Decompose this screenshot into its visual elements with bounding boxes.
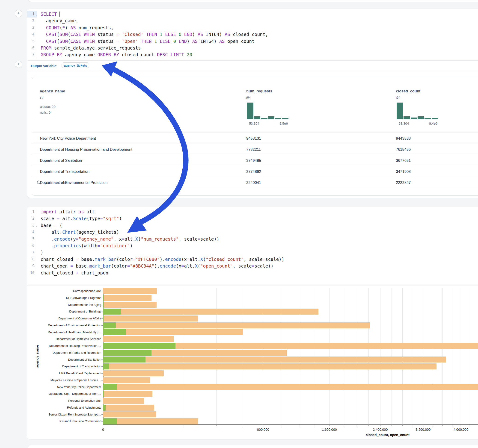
column-header[interactable]: num_requests [246,89,272,93]
code-line[interactable]: 3 COUNT(*) AS num_requests, [27,25,478,31]
code-line[interactable]: 8chart_closed = base.mark_bar(color="#FF… [27,256,478,263]
column-stat: nulls: 0 [40,111,50,114]
code-line[interactable]: 1⌄SELECT [27,11,478,18]
category-label: Refunds and Adjustments [67,404,101,411]
code-line[interactable]: 5 CAST(SUM(CASE WHEN status = 'Open' THE… [27,38,478,45]
axis-tick [101,401,103,401]
axis-tick-label: 2,400,000 [373,428,388,431]
category-label: Department of Consumer Affairs [59,315,101,322]
line-number: 5 [27,38,37,45]
bar-closed-count [103,405,154,411]
column-histogram [247,103,289,119]
category-label: HRA Benefit Card Replacement [59,370,101,377]
column-type: i64 [246,96,251,99]
chart-x-ticks: 0800,0001,600,0002,400,0003,200,0004,000… [103,425,478,434]
code-line[interactable]: 2scale = alt.Scale(type="sqrt") [27,215,478,222]
bar-open-count [103,363,109,369]
table-row[interactable]: New York City Police Department945313194… [32,132,478,144]
axis-tick [101,360,103,360]
x-axis-title: closed_count, open_count [366,433,409,437]
notebook-page: + + 1⌄SELECT 2 agency_name,3 COUNT(*) AS… [0,0,478,448]
axis-tick [423,425,423,426]
table-body: New York City Police Department945313194… [32,132,478,188]
fold-chevron-icon[interactable]: ⌄ [36,11,37,18]
table-summary: 20 rows, 4 columns [46,181,77,185]
chart-category-labels: Correspondence UnitDHS Advantage Program… [0,288,103,425]
bar-closed-count [103,295,151,301]
category-label: Department of Environmental Protection [48,322,101,329]
code-text: scale = alt.Scale(type="sqrt") [37,215,122,222]
code-line[interactable]: 5 .encode(y="agency_name", x=alt.X("num_… [27,236,478,243]
code-line[interactable]: 6FROM sample_data.nyc.service_requests [27,45,478,51]
python-code-editor[interactable]: 1import altair as alt2scale = alt.Scale(… [27,209,478,276]
line-number: 2 [27,215,37,222]
gridline [470,288,470,424]
sql-cell: 1⌄SELECT 2 agency_name,3 COUNT(*) AS num… [27,9,478,198]
axis-tick [101,291,103,291]
gridline [242,288,242,424]
next-cell-edge [28,445,478,448]
gridline [263,288,263,424]
category-label: New York City Police Department [57,384,101,391]
table-row[interactable]: Department of Environmental Protection22… [32,177,478,188]
table-row[interactable]: Department of Housing Preservation and D… [32,143,478,155]
code-line[interactable]: 4 alt.Chart(agency_tickets) [27,229,478,236]
code-text: .properties(width="container") [37,243,132,249]
output-variable-pill[interactable]: agency_tickets [62,62,89,68]
axis-tick [433,425,433,426]
code-text: alt.Chart(agency_tickets) [37,229,119,236]
bar-closed-count [103,384,478,390]
code-line[interactable]: 7GROUP BY agency_name ORDER BY closed_co… [27,51,478,58]
sql-code-editor[interactable]: 1⌄SELECT 2 agency_name,3 COUNT(*) AS num… [27,11,478,58]
code-line[interactable]: 3⌄base = ( [27,222,478,229]
axis-tick [263,425,263,426]
cell-divider [27,286,478,286]
bar-closed-count [103,398,144,404]
gridline [343,288,343,424]
output-variable-row: Output variable: agency_tickets [27,60,478,71]
code-line[interactable]: 1import altair as alt [27,209,478,215]
table-cell: 9443533 [396,133,411,144]
search-icon[interactable] [37,180,42,185]
column-header[interactable]: closed_count [396,89,420,93]
histogram-bar [282,118,289,119]
category-label: Personal Exemption Unit [68,397,101,404]
table-row[interactable]: Department of Sanitation37494853677651 [32,155,478,166]
axis-tick [391,425,392,426]
code-line[interactable]: 6 .properties(width="container") [27,243,478,249]
axis-tick [368,425,369,426]
table-cell: Department of Sanitation [40,155,82,166]
axis-tick [103,425,103,426]
fold-chevron-icon[interactable]: ⌄ [36,222,37,229]
axis-tick [402,425,403,426]
line-number: 6 [27,45,37,51]
add-cell-button[interactable]: + [15,10,22,17]
bar-open-count [103,356,145,362]
line-number: 9 [27,263,37,269]
bar-closed-count [103,391,152,397]
bar-closed-count [103,309,318,315]
histogram-min-label: 53,304 [249,122,259,125]
axis-tick [101,414,103,415]
bar-closed-count [103,411,156,417]
axis-tick [183,425,183,426]
code-line[interactable]: 4 CAST(SUM(CASE WHEN status = 'Closed' T… [27,31,478,38]
axis-tick [282,425,282,426]
histogram-bar [254,116,260,119]
category-label: Operations Unit - Department of Hom… [49,390,101,397]
bar-closed-count [103,336,174,342]
code-line[interactable]: 2 agency_name, [27,18,478,24]
bar-closed-count [103,288,157,294]
column-header[interactable]: agency_name [40,89,65,93]
line-number: 8 [27,256,37,263]
text-cursor [59,12,60,17]
add-cell-button[interactable]: + [15,61,22,68]
code-line[interactable]: 10chart_closed + chart_open [27,270,478,276]
category-label: Department of Health and Mental Hyg… [48,329,101,336]
histogram-bar [268,116,274,119]
code-line[interactable]: 7) [27,249,478,256]
code-line[interactable]: 9chart_open = base.mark_bar(color="#8BC3… [27,263,478,269]
table-row[interactable]: Department of Transportation377489234719… [32,166,478,177]
result-table: agency_name str unique: 20 nulls: 0 num_… [32,77,478,196]
bar-closed-count [103,418,198,424]
